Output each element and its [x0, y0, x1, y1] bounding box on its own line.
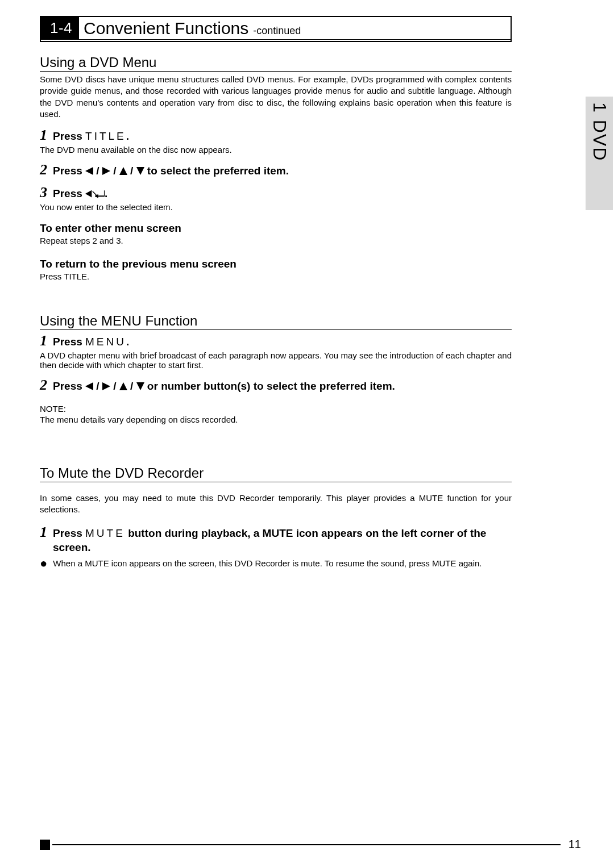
section-heading-menu-function: Using the MENU Function — [40, 306, 512, 330]
step-number: 2 — [40, 378, 47, 393]
footer-rule — [52, 844, 561, 845]
arrow-buttons-icon: / / / — [85, 165, 144, 177]
note-body: The menu details vary depending on discs… — [40, 415, 512, 424]
chapter-title: Convenient Functions — [79, 19, 253, 39]
step-menu-1-desc: A DVD chapter menu with brief broadcast … — [40, 350, 512, 370]
bullet-row: ● When a MUTE icon appears on the screen… — [40, 558, 512, 569]
press-label: Press — [53, 527, 85, 539]
svg-marker-7 — [85, 382, 93, 390]
period: . — [105, 187, 107, 199]
section-heading-mute: To Mute the DVD Recorder — [40, 458, 512, 482]
section-heading-dvd-menu: Using a DVD Menu — [40, 48, 512, 72]
step-number: 3 — [40, 185, 47, 200]
svg-marker-8 — [102, 382, 110, 390]
step-number: 1 — [40, 128, 47, 143]
arrow-buttons-icon: / / / — [85, 380, 144, 392]
bullet-icon: ● — [40, 558, 47, 569]
page-footer: 11 — [40, 838, 581, 851]
step-number: 1 — [40, 525, 47, 540]
svg-marker-9 — [119, 382, 127, 390]
footer-square-icon — [40, 840, 50, 850]
step-instruction: Press TITLE. — [53, 130, 129, 143]
press-label: Press — [53, 380, 85, 392]
step-tail: to select the preferred item. — [144, 165, 289, 177]
step-1-desc: The DVD menu available on the disc now a… — [40, 145, 512, 155]
menu-button-label: MENU — [85, 336, 126, 348]
page-root: 1 DVD 1-4 Convenient Functions -continue… — [0, 0, 614, 868]
page-number: 11 — [569, 838, 581, 851]
period: . — [126, 336, 129, 348]
step-instruction: Press / / / or number button(s) to selec… — [53, 380, 395, 393]
note-label: NOTE: — [40, 404, 512, 414]
svg-marker-2 — [119, 167, 127, 175]
svg-marker-3 — [136, 167, 144, 175]
press-label: Press — [53, 130, 85, 142]
step-number: 2 — [40, 162, 47, 177]
step-3: 3 Press . — [40, 185, 512, 200]
step-1: 1 Press TITLE. — [40, 128, 512, 143]
chapter-title-row: 1-4 Convenient Functions -continued — [41, 17, 511, 40]
svg-marker-1 — [102, 167, 110, 175]
step-tail: or number button(s) to select the prefer… — [144, 380, 395, 392]
step-instruction: Press . — [53, 187, 107, 200]
step-menu-2: 2 Press / / / or number button(s) to sel… — [40, 378, 512, 393]
continued-label: -continued — [253, 25, 301, 39]
sub-heading-enter-other: To enter other menu screen — [40, 222, 512, 235]
sub-heading-return-prev: To return to the previous menu screen — [40, 258, 512, 270]
step-number: 1 — [40, 333, 47, 348]
title-button-label: TITLE — [85, 130, 126, 142]
step-2: 2 Press / / / to select the preferred it… — [40, 162, 512, 177]
step-instruction: Press / / / to select the preferred item… — [53, 165, 289, 177]
svg-marker-10 — [136, 382, 144, 390]
press-label: Press — [53, 187, 85, 199]
mute-button-label: MUTE — [85, 527, 125, 539]
svg-marker-4 — [85, 190, 92, 198]
side-tab-label: 1 DVD — [589, 102, 610, 161]
bullet-text: When a MUTE icon appears on the screen, … — [53, 558, 512, 568]
intro-paragraph: Some DVD discs have unique menu structur… — [40, 74, 512, 120]
svg-marker-0 — [85, 167, 93, 175]
step-3-desc: You now enter to the selected item. — [40, 202, 512, 212]
period: . — [126, 130, 129, 142]
press-label: Press — [53, 336, 85, 348]
chapter-header: 1-4 Convenient Functions -continued — [40, 16, 512, 42]
step-mute-1: 1 Press MUTE button during playback, a M… — [40, 525, 512, 555]
sub-desc-enter-other: Repeat steps 2 and 3. — [40, 236, 512, 245]
play-enter-icon — [85, 187, 105, 199]
content-column: 1-4 Convenient Functions -continued Usin… — [40, 16, 512, 568]
step-menu-1: 1 Press MENU. — [40, 333, 512, 348]
mute-intro: In some cases, you may need to mute this… — [40, 493, 512, 516]
section-number-chip: 1-4 — [41, 17, 79, 39]
sub-desc-return-prev: Press TITLE. — [40, 272, 512, 281]
press-label: Press — [53, 165, 85, 177]
step-instruction: Press MENU. — [53, 336, 129, 348]
step-instruction: Press MUTE button during playback, a MUT… — [53, 526, 512, 555]
side-tab: 1 DVD — [586, 97, 613, 210]
